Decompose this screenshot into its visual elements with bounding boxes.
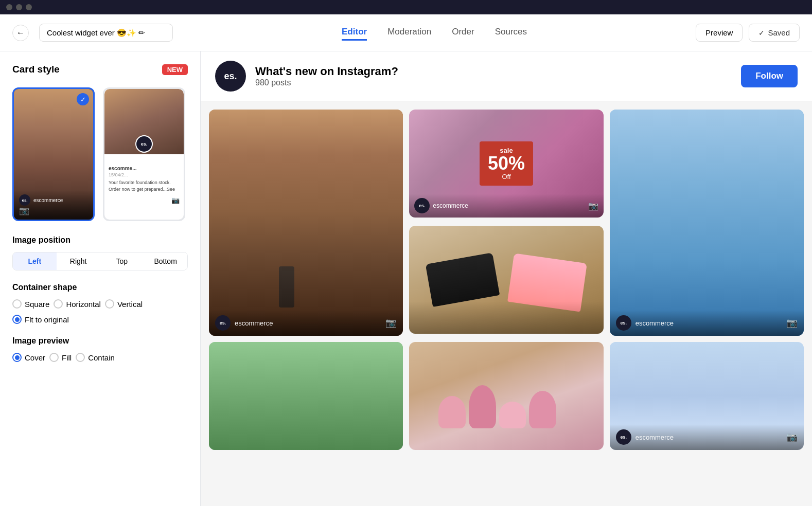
titlebar [0,0,812,14]
left-panel: Card style NEW ✓ es. escommerce 📷 [0,51,201,506]
shape-square-label: Square [25,300,49,309]
topnav: ← Editor Moderation Order Sources Previe… [0,14,812,51]
card1-image: es. escommerce 📷 [14,89,93,220]
grid-item-sale[interactable]: sale 50% Off es. escommerce 📷 [409,110,603,218]
right-panel: es. What's new on Instagram? 980 posts F… [201,51,812,506]
grid-portrait-username: escommerce [235,319,273,327]
preview-fill-label: Fill [62,353,72,362]
card-option-check-1: ✓ [77,93,89,105]
card-style-header: Card style NEW [12,64,188,75]
grid-group-overlay: es. escommerce 📷 [610,424,804,450]
preview-cover[interactable]: Cover [12,353,45,362]
preview-contain-label: Contain [88,353,115,362]
grid-group-logo: es. escommerce [616,429,674,445]
card2-text: Your favorite foundation stock. Order no… [109,179,180,192]
sale-avatar: es. [414,198,430,213]
card-style-title: Card style [12,64,60,75]
shape-vertical-radio[interactable] [105,299,114,309]
card1-insta-icon: 📷 [19,206,29,215]
sale-insta-icon: 📷 [588,201,598,211]
card1-overlay: es. escommerce 📷 [14,190,93,220]
grid-portrait-insta-icon: 📷 [385,317,397,329]
feed-avatar: es. [215,61,246,92]
image-preview-options: Cover Fill Contain [12,353,188,362]
grid-group-avatar: es. [616,429,631,445]
preview-fill-radio[interactable] [49,353,59,362]
container-shape-row2: Flt to original [12,315,188,324]
grid-group-insta-icon: 📷 [786,431,798,443]
grid-fashion1-logo: es. escommerce [616,315,674,331]
grid-item-shoes[interactable] [409,226,603,334]
shape-horizontal-radio[interactable] [54,299,63,309]
preview-contain-radio[interactable] [76,353,85,362]
sale-badge: sale 50% Off [480,141,533,186]
card2-date: 15/04/2... [109,172,180,177]
tab-moderation[interactable]: Moderation [387,25,431,41]
tab-order[interactable]: Order [452,25,474,41]
preview-button[interactable]: Preview [696,24,743,42]
shape-square-radio[interactable] [12,299,22,309]
nav-actions: Preview ✓ Saved [696,24,800,42]
preview-contain[interactable]: Contain [76,353,115,362]
shape-vertical[interactable]: Vertical [105,299,143,309]
card-style-options: ✓ es. escommerce 📷 [12,87,188,221]
saved-button[interactable]: ✓ Saved [749,24,800,42]
position-tab-top[interactable]: Top [100,252,144,270]
card2-insta-icon: 📷 [109,195,180,205]
shape-fit-label: Flt to original [25,315,69,324]
shape-square[interactable]: Square [12,299,49,309]
grid-item-fashion1[interactable]: es. escommerce 📷 [610,110,804,336]
image-preview-section: Image preview Cover Fill Contain [12,336,188,362]
grid-item-flowers[interactable] [409,342,603,450]
nav-tabs: Editor Moderation Order Sources [183,25,685,41]
back-button[interactable]: ← [12,25,29,41]
shape-fit-radio[interactable] [12,315,22,324]
card2-content: escomme... 15/04/2... Your favorite foun… [104,154,184,209]
feed-posts: 980 posts [255,78,732,87]
tab-editor[interactable]: Editor [342,25,367,41]
follow-button[interactable]: Follow [741,65,798,87]
saved-label: Saved [768,28,790,37]
card-option-2[interactable]: es. escomme... 15/04/2... Your favorite … [103,87,185,221]
widget-title-input[interactable] [39,24,173,42]
sale-off: Off [488,173,525,180]
grid-item-portrait[interactable]: es. escommerce 📷 [209,110,403,336]
shape-fit[interactable]: Flt to original [12,315,69,324]
card-option-1[interactable]: ✓ es. escommerce 📷 [12,87,95,221]
sale-username: escommerce [433,202,468,209]
position-tab-bottom[interactable]: Bottom [144,252,187,270]
card2-brand: escomme... [109,166,180,171]
preview-fill[interactable]: Fill [49,353,72,362]
container-shape-title: Container shape [12,283,188,292]
image-preview-title: Image preview [12,336,188,346]
feed-header: es. What's new on Instagram? 980 posts F… [201,51,812,101]
preview-cover-radio[interactable] [12,353,22,362]
grid-portrait-logo: es. escommerce [215,315,273,331]
tab-sources[interactable]: Sources [495,25,527,41]
shape-horizontal-label: Horizontal [66,300,101,309]
card2-abs-avatar: es. [135,135,153,153]
shape-horizontal[interactable]: Horizontal [54,299,101,309]
titlebar-dot-2 [16,4,22,10]
container-shape-options: Square Horizontal Vertical Flt to origin… [12,299,188,324]
grid-item-group[interactable]: es. escommerce 📷 [610,342,804,450]
preview-cover-label: Cover [25,353,45,362]
container-shape-row1: Square Horizontal Vertical [12,299,188,309]
feed-title: What's new on Instagram? [255,65,732,78]
feed-info: What's new on Instagram? 980 posts [255,65,732,87]
position-tab-right[interactable]: Right [57,252,100,270]
card1-logo: es. [19,194,30,206]
position-tab-left[interactable]: Left [13,252,57,270]
shape-vertical-label: Vertical [117,300,143,309]
grid-item-store[interactable] [209,342,403,450]
check-icon: ✓ [758,29,765,37]
grid-portrait-avatar: es. [215,315,231,331]
grid-fashion1-username: escommerce [636,319,674,327]
card1-username: escommerce [33,197,63,203]
grid-group-username: escommerce [636,433,674,441]
grid-fashion1-overlay: es. escommerce 📷 [610,310,804,336]
image-position-title: Image position [12,236,188,245]
image-position-section: Image position Left Right Top Bottom [12,236,188,270]
grid-fashion1-insta-icon: 📷 [786,317,798,329]
image-grid: es. escommerce 📷 sale 50% Off [201,101,812,458]
